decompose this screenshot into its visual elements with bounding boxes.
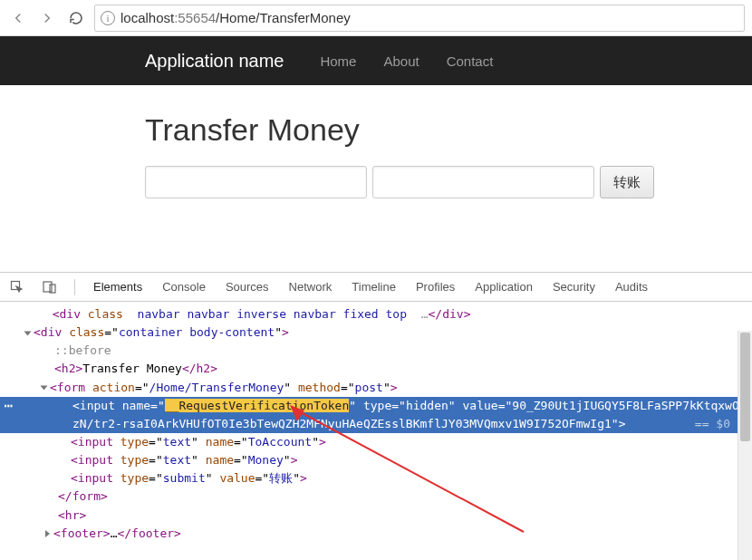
dom-line[interactable]: <h2>Transfer Money</h2> (0, 360, 752, 378)
tab-elements[interactable]: Elements (92, 280, 144, 294)
ellipsis-icon[interactable]: ⋯ (0, 397, 16, 433)
expand-icon[interactable] (45, 530, 50, 537)
expand-icon[interactable] (41, 386, 48, 391)
devtools-panel: Elements Console Sources Network Timelin… (0, 272, 752, 560)
site-navbar: Application name Home About Contact (0, 36, 752, 85)
dom-line[interactable]: <form action="/Home/TransferMoney" metho… (0, 379, 752, 397)
dom-line[interactable]: <footer>…</footer> (0, 525, 752, 543)
devtools-tabbar: Elements Console Sources Network Timelin… (0, 273, 752, 302)
address-bar[interactable]: i localhost:55654/Home/TransferMoney (94, 5, 745, 32)
dom-line[interactable]: <div class="container body-content"> (0, 323, 752, 342)
device-toggle-icon[interactable] (42, 279, 58, 295)
money-input[interactable] (372, 166, 594, 198)
dom-line[interactable]: <div class navbar navbar inverse navbar … (0, 305, 752, 323)
expand-icon[interactable] (24, 331, 32, 335)
back-button[interactable] (7, 7, 29, 29)
dom-line[interactable]: </form> (0, 488, 752, 506)
tab-security[interactable]: Security (551, 280, 597, 294)
dom-line[interactable]: <input type="submit" value="转账"> (0, 469, 752, 488)
separator (74, 279, 75, 295)
scrollbar[interactable] (738, 331, 752, 560)
browser-toolbar: i localhost:55654/Home/TransferMoney (0, 0, 752, 36)
transfer-submit-button[interactable]: 转账 (600, 166, 654, 198)
inspect-icon[interactable] (9, 279, 25, 295)
to-account-input[interactable] (145, 166, 367, 198)
tab-audits[interactable]: Audits (613, 280, 650, 294)
tab-profiles[interactable]: Profiles (414, 280, 457, 294)
selected-dom-node[interactable]: ⋯ <input name="__RequestVerificationToke… (0, 397, 752, 433)
svg-rect-1 (43, 282, 52, 292)
brand-link[interactable]: Application name (145, 51, 284, 72)
elements-tree[interactable]: <div class navbar navbar inverse navbar … (0, 302, 752, 560)
page-title: Transfer Money (145, 112, 752, 148)
dom-line[interactable]: <hr> (0, 507, 752, 525)
dom-line[interactable]: ::before (0, 342, 752, 360)
url-text: localhost:55654/Home/TransferMoney (121, 10, 351, 25)
nav-link-home[interactable]: Home (320, 53, 356, 69)
scrollbar-thumb[interactable] (740, 333, 750, 441)
site-info-icon[interactable]: i (101, 11, 115, 25)
tab-application[interactable]: Application (473, 280, 535, 294)
nav-link-contact[interactable]: Contact (447, 53, 494, 69)
nav-link-about[interactable]: About (383, 53, 419, 69)
forward-button[interactable] (36, 7, 58, 29)
tab-console[interactable]: Console (160, 280, 207, 294)
tab-sources[interactable]: Sources (224, 280, 271, 294)
transfer-form: 转账 (145, 166, 752, 198)
tab-timeline[interactable]: Timeline (350, 280, 398, 294)
dom-line[interactable]: <input type="text" name="ToAccount"> (0, 433, 752, 451)
page-viewport: Application name Home About Contact Tran… (0, 36, 752, 235)
tab-network[interactable]: Network (287, 280, 334, 294)
dom-line[interactable]: <input type="text" name="Money"> (0, 451, 752, 469)
reload-button[interactable] (65, 7, 87, 29)
